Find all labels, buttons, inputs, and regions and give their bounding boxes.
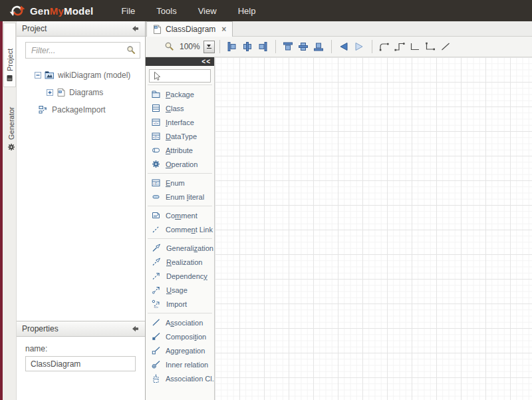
palette-item-operation[interactable]: Operation: [146, 157, 214, 171]
name-field[interactable]: [25, 356, 136, 371]
palette-item-dependency[interactable]: Dependency: [146, 269, 214, 283]
menu-file[interactable]: File: [110, 1, 146, 21]
palette-item-generalization[interactable]: Generalization: [146, 241, 214, 255]
aggregation-icon: [152, 346, 160, 355]
palette-item-attribute[interactable]: Attribute: [146, 143, 214, 157]
tab-close-button[interactable]: ×: [221, 25, 226, 34]
align-center-button[interactable]: [240, 39, 255, 54]
palette-item-class[interactable]: Class: [146, 101, 214, 115]
palette-item-association-cl[interactable]: Association Cl...: [146, 371, 214, 385]
palette-item-usage[interactable]: Usage: [146, 283, 214, 297]
palette-item-label: Class: [166, 104, 184, 112]
palette-item-datatype[interactable]: «D»DataType: [146, 129, 214, 143]
collapse-project-panel-button[interactable]: [130, 25, 140, 33]
editor-tabstrip: ClassDiagram ×: [146, 21, 532, 37]
expander-plus-icon[interactable]: [47, 89, 53, 96]
selection-tool[interactable]: [149, 69, 211, 83]
palette-item-label: Generalization: [166, 244, 213, 252]
palette-item-label: Comment: [166, 212, 198, 220]
generalization-icon: [152, 244, 161, 252]
edge-corner-icon: [409, 41, 421, 52]
menubar-items: FileToolsViewHelp: [110, 1, 266, 21]
menu-help[interactable]: Help: [227, 1, 267, 21]
model-icon: [45, 71, 55, 80]
palette-item-package[interactable]: Package: [146, 87, 214, 101]
rail-tab-project[interactable]: Project: [3, 23, 16, 87]
cloud-logo-icon: [8, 3, 26, 18]
search-icon: [126, 45, 136, 55]
palette-item-association[interactable]: Association: [146, 315, 214, 329]
svg-text:«D»: «D»: [153, 135, 160, 139]
editor-area: ClassDiagram × 100% << Pac: [145, 21, 532, 400]
project-panel-title: Project: [22, 24, 130, 33]
palette-item-comment-link[interactable]: Comment Link: [146, 222, 214, 236]
edge-rounded-icon: [378, 41, 390, 52]
palette-item-enum[interactable]: «E»Enum: [146, 176, 214, 190]
palette-item-enum-literal[interactable]: Enum literal: [146, 190, 214, 204]
zoom-level-value: 100%: [180, 42, 200, 51]
arrow-left-icon: [132, 25, 139, 32]
logo-text: GenMyModel: [30, 5, 93, 17]
project-panel: Project wikiDiagram (model)DiagramsPacka…: [17, 21, 145, 321]
tab-label: ClassDiagram: [166, 25, 215, 34]
class-diagram-icon: [153, 25, 162, 35]
palette-item-label: Association Cl...: [166, 375, 214, 383]
align-middle-button[interactable]: [296, 39, 311, 54]
palette-collapse-button[interactable]: <<: [201, 59, 211, 65]
zoom-button[interactable]: [162, 39, 177, 54]
tree-node-packageimport[interactable]: PackageImport: [17, 101, 145, 118]
project-panel-header: Project: [17, 21, 145, 37]
tree-node-label: wikiDiagram (model): [58, 71, 130, 80]
edge-rounded-button[interactable]: [377, 39, 392, 54]
svg-text:«I»: «I»: [154, 305, 158, 308]
align-right-button[interactable]: [255, 39, 271, 54]
datatype-icon: «D»: [152, 132, 160, 140]
edge-corner-button[interactable]: [408, 39, 423, 54]
tree-node-diagrams[interactable]: Diagrams: [17, 84, 145, 101]
properties-panel: Properties name:: [17, 321, 145, 400]
expander-minus-icon[interactable]: [35, 72, 41, 79]
name-field-label: name:: [25, 344, 145, 353]
filter-input[interactable]: [25, 42, 140, 59]
collapse-properties-panel-button[interactable]: [130, 325, 140, 333]
palette-item-comment[interactable]: Comment: [146, 208, 214, 222]
tree-node-wikidiagram-model[interactable]: wikiDiagram (model): [17, 67, 145, 84]
palette-item-label: Package: [166, 91, 194, 99]
align-bottom-button[interactable]: [311, 39, 327, 54]
inner-relation-icon: [152, 360, 160, 369]
align-left-icon: [227, 41, 237, 52]
palette-item-label: Association: [166, 319, 203, 327]
package-import-icon: [39, 105, 49, 114]
flip-left-button[interactable]: [336, 39, 352, 54]
palette-item-import[interactable]: «I»Import: [146, 297, 214, 311]
palette-item-aggregation[interactable]: Aggregation: [146, 343, 214, 357]
palette-item-label: DataType: [166, 132, 197, 140]
tab-classdiagram[interactable]: ClassDiagram ×: [146, 21, 233, 37]
diagram-canvas[interactable]: [215, 57, 532, 400]
edge-zigzag-button[interactable]: [392, 39, 408, 54]
palette-item-label: Composition: [166, 333, 206, 341]
align-top-button[interactable]: [281, 39, 296, 54]
palette-item-label: Enum literal: [166, 193, 204, 201]
tool-palette: << PackageClass«I»Interface«D»DataTypeAt…: [146, 57, 215, 400]
palette-item-composition[interactable]: Composition: [146, 329, 214, 343]
rail-tab-label: Generator: [7, 106, 15, 140]
edge-corner-ends-button[interactable]: [423, 39, 438, 54]
palette-item-interface[interactable]: «I»Interface: [146, 115, 214, 129]
zoom-dropdown-button[interactable]: [203, 41, 215, 53]
rail-tab-generator[interactable]: Generator: [5, 95, 17, 156]
menu-view[interactable]: View: [188, 1, 227, 21]
palette-item-inner-relation[interactable]: Inner relation: [146, 357, 214, 371]
palette-item-realization[interactable]: Realization: [146, 255, 214, 269]
flip-right-button[interactable]: [352, 39, 367, 54]
arrow-left-icon: [132, 325, 139, 332]
interface-icon: «I»: [152, 118, 160, 126]
align-left-button[interactable]: [225, 39, 240, 54]
menu-tools[interactable]: Tools: [146, 1, 187, 21]
palette-header: <<: [146, 57, 214, 66]
edge-straight-button[interactable]: [438, 39, 454, 54]
edge-zigzag-icon: [394, 41, 406, 52]
edge-straight-icon: [440, 41, 452, 52]
package-icon: [152, 90, 160, 99]
usage-icon: [152, 286, 161, 294]
